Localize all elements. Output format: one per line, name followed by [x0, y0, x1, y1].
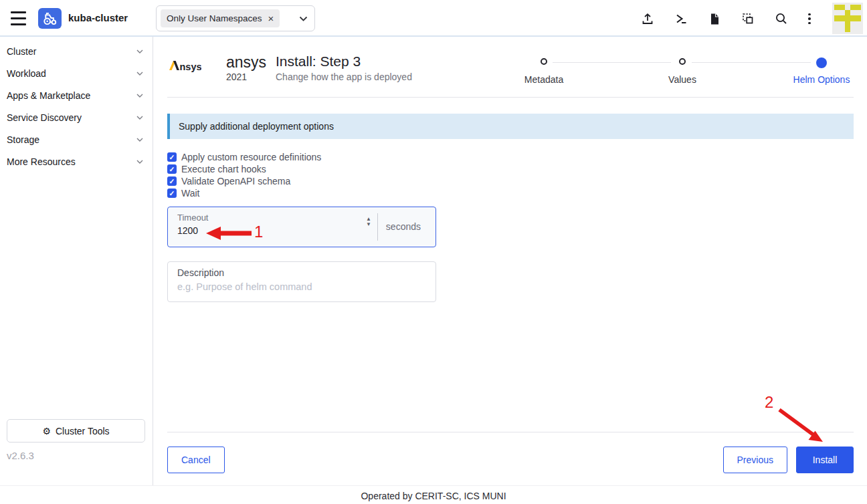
chevron-down-icon: [136, 116, 143, 120]
page-title: Install: Step 3: [276, 53, 361, 70]
description-field: Description: [167, 261, 436, 302]
search-button[interactable]: [769, 7, 793, 31]
copy-kubeconfig-button[interactable]: [736, 7, 760, 31]
chevron-down-icon[interactable]: [299, 16, 308, 21]
footer: Operated by CERIT-SC, ICS MUNI: [0, 485, 867, 504]
number-stepper[interactable]: ▲ ▼: [366, 217, 371, 227]
cancel-button[interactable]: Cancel: [167, 447, 225, 473]
namespace-filter-dropdown[interactable]: Only User Namespaces ×: [156, 5, 315, 31]
install-button[interactable]: Install: [796, 447, 854, 473]
ansys-logo: nsys: [169, 59, 201, 72]
cluster-tools-button[interactable]: ⚙ Cluster Tools: [7, 419, 145, 443]
cluster-provider-icon[interactable]: [38, 8, 62, 29]
timeout-unit: seconds: [386, 221, 421, 232]
timeout-input[interactable]: [177, 225, 345, 236]
page-subtitle: Change how the app is deployed: [276, 72, 412, 82]
namespace-filter-tag-label: Only User Namespaces: [167, 13, 262, 23]
kubectl-shell-button[interactable]: [669, 7, 693, 31]
checkbox-apply-crd[interactable]: ✓ Apply custom resource definitions: [167, 151, 321, 163]
download-yaml-button[interactable]: [702, 7, 727, 31]
checkbox-checked-icon[interactable]: ✓: [167, 176, 177, 186]
timeout-field: Timeout ▲ ▼ seconds: [167, 207, 436, 247]
upload-icon: [641, 12, 654, 25]
sidebar-item-service-discovery[interactable]: Service Discovery: [0, 106, 153, 128]
top-header: kuba-cluster Only User Namespaces ×: [0, 0, 867, 37]
file-icon: [708, 13, 720, 25]
remove-tag-icon[interactable]: ×: [268, 13, 274, 23]
checkbox-checked-icon[interactable]: ✓: [167, 152, 177, 162]
copy-icon: [741, 12, 755, 25]
namespace-filter-tag[interactable]: Only User Namespaces ×: [161, 9, 280, 27]
sidebar-item-workload[interactable]: Workload: [0, 62, 153, 84]
checkbox-checked-icon[interactable]: ✓: [167, 188, 177, 198]
sidebar: Cluster Workload Apps & Marketplace Serv…: [0, 37, 153, 485]
chevron-down-icon: [136, 94, 143, 98]
step-dot-values[interactable]: [679, 58, 686, 65]
checkbox-validate-openapi[interactable]: ✓ Validate OpenAPI schema: [167, 175, 321, 187]
hamburger-menu-icon[interactable]: [11, 11, 26, 25]
step-dot-metadata[interactable]: [541, 58, 547, 65]
field-divider: [377, 213, 378, 241]
action-bar: Cancel Previous Install: [167, 447, 854, 473]
tractor-icon: [41, 10, 59, 27]
checkbox-wait[interactable]: ✓ Wait: [167, 187, 321, 199]
header-divider: [167, 97, 854, 98]
step-label-metadata[interactable]: Metadata: [524, 74, 563, 85]
app-name: ansys: [226, 53, 266, 72]
main-content: nsys ansys 2021 Install: Step 3 Change h…: [154, 37, 867, 485]
footer-divider: [167, 432, 854, 432]
kebab-icon: [808, 13, 811, 25]
step-label-values[interactable]: Values: [668, 74, 696, 85]
step-label-helm-options[interactable]: Helm Options: [793, 74, 850, 85]
spin-down-icon[interactable]: ▼: [366, 222, 371, 227]
chevron-down-icon: [136, 49, 143, 53]
svg-text:nsys: nsys: [180, 61, 202, 72]
chevron-down-icon: [136, 160, 143, 164]
step-dot-helm-options[interactable]: [816, 57, 827, 68]
cluster-name: kuba-cluster: [68, 12, 128, 23]
sidebar-item-cluster[interactable]: Cluster: [0, 40, 153, 62]
chevron-down-icon: [136, 138, 143, 142]
sidebar-item-storage[interactable]: Storage: [0, 128, 153, 150]
info-banner-text: Supply additional deployment options: [179, 121, 334, 132]
info-banner: Supply additional deployment options: [167, 114, 854, 139]
chevron-down-icon: [136, 72, 143, 76]
description-label: Description: [177, 267, 426, 278]
app-version: 2021: [226, 72, 247, 82]
search-icon: [775, 12, 788, 25]
gear-icon: ⚙: [42, 426, 51, 436]
version-label: v2.6.3: [7, 450, 34, 461]
previous-button[interactable]: Previous: [723, 447, 787, 473]
shell-icon: [674, 12, 688, 25]
checkbox-checked-icon[interactable]: ✓: [167, 164, 177, 174]
kebab-menu-button[interactable]: [797, 7, 822, 31]
user-avatar[interactable]: [832, 3, 863, 34]
checkbox-chart-hooks[interactable]: ✓ Execute chart hooks: [167, 163, 321, 175]
sidebar-item-more-resources[interactable]: More Resources: [0, 150, 153, 172]
sidebar-item-apps-marketplace[interactable]: Apps & Marketplace: [0, 84, 153, 106]
deployment-options: ✓ Apply custom resource definitions ✓ Ex…: [167, 151, 321, 199]
step-connector: [692, 62, 811, 63]
description-input[interactable]: [177, 281, 418, 292]
footer-text: Operated by CERIT-SC, ICS MUNI: [361, 491, 506, 501]
import-yaml-button[interactable]: [636, 7, 660, 31]
step-connector: [553, 62, 671, 63]
